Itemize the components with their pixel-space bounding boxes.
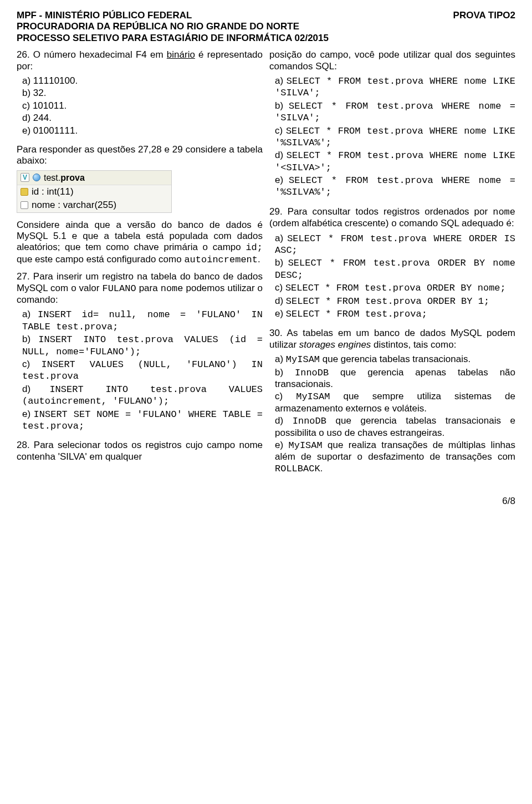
intro-2728: Para responder as questões 27,28 e 29 co… (17, 144, 263, 167)
q28-b-body: SELECT * FROM test.prova WHERE nome = 'S… (275, 101, 515, 123)
q29-a-pref: a) (275, 233, 287, 243)
q27-c2: nome (161, 283, 183, 294)
q28-options: a) SELECT * FROM test.prova WHERE nome L… (269, 75, 515, 199)
q29-e-body: SELECT * FROM test.prova; (286, 309, 427, 319)
q27-d-body: INSERT INTO test.prova VALUES (autoincre… (22, 384, 263, 406)
ctx-code2: autoincrement (184, 255, 258, 265)
ctx-b: que este campo está configurado como (17, 254, 184, 264)
ctx-a: Considere ainda que a versão do banco de… (17, 220, 263, 253)
q30-a: a) MyISAM que gerencia tabelas transacio… (275, 354, 515, 365)
q28-d-pref: d) (275, 150, 287, 160)
q28-e: e) SELECT * FROM test.prova WHERE nome =… (275, 175, 515, 199)
q27-a: a) INSERT id= null, nome = 'FULANO' IN T… (22, 309, 263, 333)
q28-c: c) SELECT * FROM test.prova WHERE nome L… (275, 125, 515, 149)
table-col1-text: id : int(11) (32, 186, 74, 197)
q30-c-code: MyISAM (296, 391, 330, 402)
q27-c-pref: c) (22, 359, 42, 369)
q27-e-body: INSERT SET NOME = 'FULANO' WHERE TABLE =… (22, 409, 263, 431)
doc-icon (21, 201, 28, 209)
left-column: 26. O número hexadecimal F4 em binário é… (17, 49, 263, 482)
ctx-c: . (258, 254, 260, 264)
table-schema-image: V test.prova id : int(11) nome : varchar… (17, 170, 172, 213)
q30-t2: distintos, tais como: (371, 339, 456, 350)
q30-e-code: MyISAM (289, 440, 323, 451)
q29-options: a) SELECT * FROM test.prova WHERE ORDER … (269, 233, 515, 320)
table-name-row: V test.prova (17, 171, 171, 185)
q26-underlined: binário (167, 49, 195, 60)
q27-b-body: INSERT INTO test.prova VALUES (id = NULL… (22, 334, 263, 357)
header-line2: PROCURADORIA DA REPÚBLICA NO RIO GRANDE … (17, 21, 515, 32)
table-name: test.prova (44, 172, 85, 183)
table-col-id: id : int(11) (17, 185, 171, 199)
q26-b: b) 32. (22, 88, 263, 99)
q29-t2: (ordem alfabética crescente) o comando S… (269, 218, 514, 228)
q27-b: b) INSERT INTO test.prova VALUES (id = N… (22, 334, 263, 358)
q28-e-body: SELECT * FROM test.prova WHERE nome = '%… (275, 175, 515, 197)
q26-e: e) 01001111. (22, 125, 263, 136)
key-icon (21, 188, 28, 196)
q28-e-pref: e) (275, 175, 289, 185)
q27-b-pref: b) (22, 334, 38, 344)
q30-e: e) MyISAM que realiza transações de múlt… (275, 440, 515, 475)
q30-e-pref: e) (275, 440, 289, 450)
q26-c: c) 101011. (22, 100, 263, 111)
q29-c: c) SELECT * FROM test.prova ORDER BY nom… (275, 282, 515, 294)
q26-pre: 26. O número hexadecimal F4 em (17, 49, 167, 60)
header-prova: PROVA TIPO2 (453, 10, 515, 21)
q29-e: e) SELECT * FROM test.prova; (275, 308, 515, 320)
header-org: MPF - MINISTÉRIO PÚBLICO FEDERAL (17, 10, 192, 21)
q30-a-pref: a) (275, 354, 286, 364)
q28-c-body: SELECT * FROM test.prova WHERE nome LIKE… (275, 126, 515, 148)
q29-b: b) SELECT * FROM test.prova ORDER BY nom… (275, 257, 515, 281)
q27-d: d) INSERT INTO test.prova VALUES (autoin… (22, 384, 263, 408)
q30-e-code2: ROLLBACK (275, 464, 320, 474)
q30-d-pref: d) (275, 415, 293, 426)
q29-d-pref: d) (275, 296, 286, 306)
q28-d-body: SELECT * FROM test.prova WHERE nome LIKE… (275, 150, 515, 172)
q28-text-part1: 28. Para selecionar todos os registros c… (17, 440, 263, 462)
header-line3: PROCESSO SELETIVO PARA ESTAGIÁRIO DE INF… (17, 33, 515, 44)
q26-d: d) 244. (22, 113, 263, 124)
q28-a: a) SELECT * FROM test.prova WHERE nome L… (275, 75, 515, 99)
q26-text: 26. O número hexadecimal F4 em binário é… (17, 49, 263, 72)
q28-b: b) SELECT * FROM test.prova WHERE nome =… (275, 100, 515, 124)
q29-d: d) SELECT * FROM test.prova ORDER BY 1; (275, 296, 515, 307)
q30-options: a) MyISAM que gerencia tabelas transacio… (269, 354, 515, 475)
q27-t2: para (136, 283, 161, 293)
q30-b: b) InnoDB que gerencia apenas tabelas nã… (275, 367, 515, 390)
q30-italic: storages engines (299, 339, 371, 350)
q29-e-pref: e) (275, 308, 286, 319)
q28-text-part2: posição do campo, você pode utilizar qua… (269, 49, 515, 72)
q30-b-pref: b) (275, 367, 295, 378)
q29-b-pref: b) (275, 257, 288, 268)
q27-e-pref: e) (22, 409, 34, 419)
table-name-plain: test. (44, 173, 60, 182)
view-icon: V (21, 173, 29, 182)
q28-b-pref: b) (275, 100, 289, 111)
ctx-code1: id; (245, 242, 263, 253)
q29-c-body: SELECT * FROM test.prova ORDER BY nome; (285, 283, 506, 293)
q27-a-body: INSERT id= null, nome = 'FULANO' IN TABL… (22, 309, 263, 332)
q29-a: a) SELECT * FROM test.prova WHERE ORDER … (275, 233, 515, 257)
q27-c: c) INSERT VALUES (NULL, 'FULANO') IN tes… (22, 359, 263, 383)
q30-b-code: InnoDB (295, 368, 329, 378)
q28-a-body: SELECT * FROM test.prova WHERE nome LIKE… (275, 76, 515, 98)
page-number: 6/8 (17, 496, 515, 507)
q27-c1: FULANO (102, 283, 136, 294)
q29-c-pref: c) (275, 282, 285, 293)
q27-a-pref: a) (22, 309, 38, 319)
table-col-nome: nome : varchar(255) (17, 199, 171, 212)
q29-text: 29. Para consultar todos registros orden… (269, 206, 515, 230)
q28-d: d) SELECT * FROM test.prova WHERE nome L… (275, 150, 515, 174)
q27-e: e) INSERT SET NOME = 'FULANO' WHERE TABL… (22, 409, 263, 432)
q30-d: d) InnoDB que gerencia tabelas transacio… (275, 415, 515, 439)
q26-a: a) 11110100. (22, 75, 263, 86)
q26-options: a) 11110100. b) 32. c) 101011. d) 244. e… (17, 75, 263, 136)
q30-c-pref: c) (275, 391, 296, 401)
table-name-bold: prova (60, 173, 85, 182)
q30-text: 30. As tabelas em um banco de dados MySQ… (269, 328, 515, 350)
q27-c-body: INSERT VALUES (NULL, 'FULANO') IN test.p… (22, 359, 263, 381)
q30-c: c) MyISAM que sempre utiliza sistemas de… (275, 391, 515, 414)
q29-b-body: SELECT * FROM test.prova ORDER BY nome D… (275, 258, 515, 280)
context-paragraph: Considere ainda que a versão do banco de… (17, 220, 263, 266)
